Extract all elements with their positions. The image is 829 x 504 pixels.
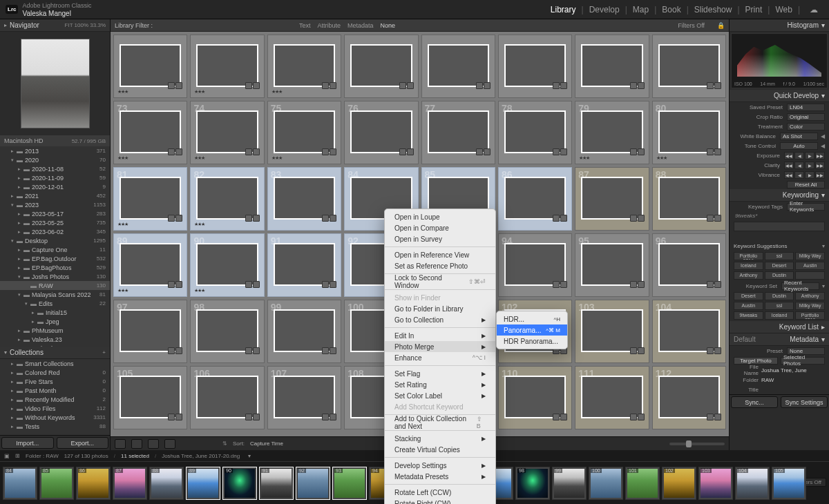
grid-cell[interactable]: 107 — [267, 366, 341, 429]
module-slideshow[interactable]: Slideshow — [689, 5, 738, 14]
tree-row[interactable]: ▸▬2023-05-25735 — [0, 218, 110, 227]
badge-icon[interactable] — [560, 281, 567, 288]
grid-cell[interactable]: 74★★★ — [190, 101, 264, 164]
badge-icon[interactable] — [630, 82, 637, 89]
badge-icon[interactable] — [330, 414, 336, 420]
grid-cell[interactable]: 86 — [498, 167, 572, 231]
badge-icon[interactable] — [253, 82, 260, 89]
menu-item[interactable]: Enhance^⌥ I — [385, 352, 495, 363]
grid-cell[interactable]: 80★★★ — [652, 101, 726, 164]
qd-cla-btn[interactable]: ◀◀ — [784, 162, 794, 169]
badge-icon[interactable] — [175, 148, 182, 155]
badge-icon[interactable] — [707, 148, 714, 155]
module-book[interactable]: Book — [656, 5, 686, 14]
menu-item[interactable]: Set Color Label▶ — [385, 390, 495, 401]
menu-item[interactable]: Create Virtual Copies — [385, 444, 495, 455]
badge-icon[interactable] — [553, 82, 560, 89]
path-folder[interactable]: Folder : RAW — [26, 453, 59, 459]
badge-icon[interactable] — [714, 215, 721, 222]
qd-exp-btn[interactable]: ▶▶ — [815, 152, 825, 159]
qd-tone-value[interactable]: Auto — [780, 142, 818, 150]
badge-icon[interactable] — [175, 414, 182, 420]
grid-cell[interactable]: 79★★★ — [575, 101, 649, 164]
badge-icon[interactable] — [322, 414, 329, 420]
navigator-preview[interactable] — [0, 32, 110, 135]
grid-cell[interactable]: 81★★★ — [113, 167, 187, 231]
badge-icon[interactable] — [638, 215, 645, 222]
menu-item[interactable]: Rotate Right (CW) — [385, 498, 495, 504]
badge-icon[interactable] — [638, 281, 645, 288]
grid-cell[interactable]: 105 — [113, 366, 187, 429]
tree-row[interactable]: ▸▬2020-12-019 — [0, 182, 110, 191]
badge-icon[interactable] — [245, 414, 252, 420]
second-window-icon[interactable]: ▣ — [4, 453, 10, 459]
meta-target[interactable]: Target Photo — [734, 357, 778, 365]
filter-tab-text[interactable]: Text — [299, 22, 311, 29]
grid-cell[interactable]: 96 — [652, 233, 726, 297]
grid-cell[interactable] — [421, 35, 495, 98]
tree-row[interactable]: ▸▬2023-05-17283 — [0, 209, 110, 218]
sync-button[interactable]: Sync... — [731, 396, 778, 408]
badge-icon[interactable] — [168, 82, 175, 89]
grid-cell[interactable]: 78 — [498, 101, 572, 164]
grid-cell[interactable]: 76 — [344, 101, 418, 164]
filter-tab-attribute[interactable]: Attribute — [318, 22, 341, 29]
badge-icon[interactable] — [553, 281, 560, 288]
grid-cell[interactable]: 106 — [190, 366, 264, 429]
grid-cell[interactable]: 110 — [498, 366, 572, 429]
badge-icon[interactable] — [714, 347, 721, 354]
badge-icon[interactable] — [168, 215, 175, 222]
tree-row[interactable]: ▸▬2020-11-0852 — [0, 164, 110, 173]
kw-add-input[interactable] — [734, 222, 825, 231]
menu-item[interactable]: Metadata Presets▶ — [385, 471, 495, 482]
keyword-chip[interactable] — [795, 271, 825, 280]
menu-item[interactable]: Lock to Second Window⇧⌘⏎ — [385, 276, 495, 287]
menu-item[interactable]: Go to Collection▶ — [385, 314, 495, 325]
filmstrip-thumb[interactable]: 84 — [3, 467, 37, 500]
badge-icon[interactable] — [560, 414, 567, 420]
filmstrip-thumb[interactable]: 91 — [259, 467, 294, 500]
badge-icon[interactable] — [638, 414, 645, 420]
menu-item[interactable]: Set as Reference Photo — [385, 260, 495, 271]
filter-tab-none[interactable]: None — [381, 22, 396, 29]
badge-icon[interactable] — [407, 82, 414, 89]
grid-cell[interactable] — [652, 35, 726, 98]
badge-icon[interactable] — [245, 347, 252, 354]
histogram-header[interactable]: Histogram▾ — [730, 19, 829, 32]
badge-icon[interactable] — [330, 347, 336, 354]
badge-icon[interactable] — [168, 414, 175, 420]
tree-row[interactable]: ▸▬Recently Modified2 — [0, 395, 110, 404]
badge-icon[interactable] — [330, 82, 336, 89]
filmstrip-thumb[interactable]: 90 — [222, 467, 257, 500]
badge-icon[interactable] — [630, 414, 637, 420]
tree-row[interactable]: ▸▬Video Files112 — [0, 404, 110, 413]
grid-cell[interactable]: 112 — [652, 366, 726, 429]
filmstrip-thumb[interactable]: 86 — [76, 467, 111, 500]
filmstrip-thumb[interactable]: 85 — [39, 467, 74, 500]
badge-icon[interactable] — [168, 148, 175, 155]
qd-reset[interactable]: Reset All — [787, 181, 825, 188]
filmstrip-thumb[interactable]: 103 — [698, 467, 733, 500]
badge-icon[interactable] — [638, 82, 645, 89]
filmstrip-thumb[interactable]: 99 — [552, 467, 587, 500]
badge-icon[interactable] — [168, 281, 175, 288]
metadata-mode[interactable]: Default — [734, 336, 756, 343]
filmstrip-thumb[interactable]: 93 — [332, 467, 367, 500]
keyword-chip[interactable]: Iceland — [734, 262, 763, 270]
badge-icon[interactable] — [330, 215, 336, 222]
kw-tags-value[interactable]: Enter Keywords — [787, 203, 825, 211]
qd-preset-value[interactable]: LN04 — [787, 104, 825, 111]
grid-cell[interactable]: 82★★★ — [190, 167, 264, 231]
badge-icon[interactable] — [175, 215, 182, 222]
badge-icon[interactable] — [322, 347, 329, 354]
meta-preset-value[interactable]: None — [787, 347, 825, 355]
badge-icon[interactable] — [330, 281, 336, 288]
badge-icon[interactable] — [253, 347, 260, 354]
menu-item[interactable]: Edit In▶ — [385, 330, 495, 341]
badge-icon[interactable] — [245, 281, 252, 288]
import-button[interactable]: Import... — [1, 437, 54, 449]
badge-icon[interactable] — [253, 414, 260, 420]
grid-cell[interactable]: 83 — [267, 167, 341, 231]
tree-row[interactable]: ▾▬Joshs Photos130 — [0, 272, 110, 281]
badge-icon[interactable] — [322, 82, 329, 89]
